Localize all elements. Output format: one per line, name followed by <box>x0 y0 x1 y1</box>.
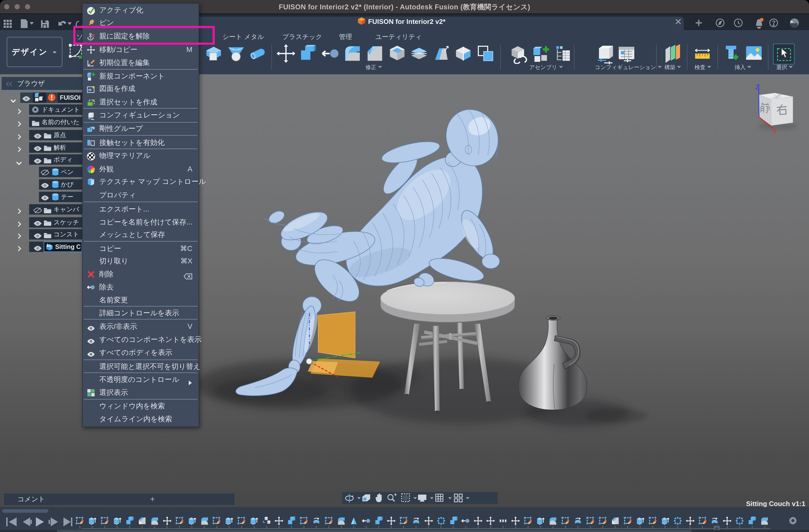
svg-text:X: X <box>772 127 777 135</box>
svg-text:Z: Z <box>755 83 760 91</box>
